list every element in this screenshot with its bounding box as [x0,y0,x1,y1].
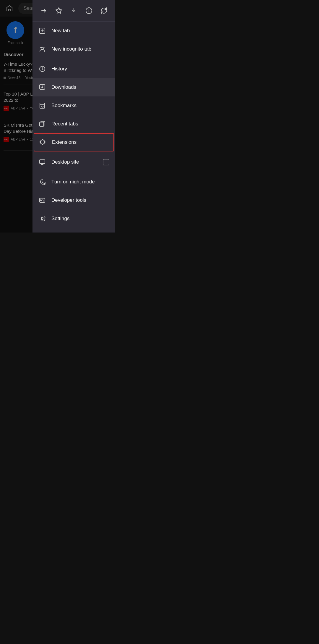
incognito-icon [38,45,46,53]
desktop-site-label: Desktop site [51,159,97,165]
menu-item-new-tab[interactable]: New tab [32,22,115,40]
incognito-label: New incognito tab [51,46,109,52]
menu-item-night-mode[interactable]: Turn on night mode [32,173,115,191]
night-mode-icon [38,178,46,186]
extensions-label: Extensions [52,139,109,145]
desktop-site-checkbox[interactable] [103,159,109,165]
extensions-icon [39,138,47,146]
downloads-label: Downloads [51,84,109,90]
recent-tabs-icon [38,120,46,128]
history-icon [38,65,46,73]
menu-toolbar [32,0,115,22]
svg-rect-13 [40,122,44,126]
menu-item-history[interactable]: History [32,60,115,78]
bookmarks-label: Bookmarks [51,103,109,109]
history-label: History [51,66,109,72]
menu-item-bookmarks[interactable]: Bookmarks [32,96,115,115]
settings-icon [38,215,46,222]
night-mode-label: Turn on night mode [51,179,109,185]
menu-panel: New tab New incognito tab History Downlo… [32,0,115,233]
svg-rect-14 [40,160,45,164]
divider-2 [32,152,115,152]
new-tab-icon [38,27,46,35]
menu-item-desktop-site[interactable]: Desktop site [32,153,115,171]
developer-tools-label: Developer tools [51,197,109,203]
developer-tools-icon [38,196,46,204]
divider-3 [32,172,115,172]
menu-item-downloads[interactable]: Downloads [32,78,115,96]
menu-item-extensions[interactable]: Extensions [34,133,114,151]
info-button[interactable] [83,5,95,17]
menu-item-developer-tools[interactable]: Developer tools [32,191,115,209]
download-toolbar-button[interactable] [68,5,80,17]
forward-button[interactable] [38,5,50,17]
menu-item-clear-data[interactable]: Clear data [32,228,115,233]
desktop-site-icon [38,158,46,166]
recent-tabs-label: Recent tabs [51,121,109,127]
settings-label: Settings [51,216,109,222]
menu-item-recent-tabs[interactable]: Recent tabs [32,115,115,133]
menu-item-settings[interactable]: Settings [32,209,115,228]
divider-1 [32,59,115,59]
menu-item-incognito[interactable]: New incognito tab [32,40,115,58]
downloads-icon [38,83,46,91]
refresh-button[interactable] [98,5,110,17]
new-tab-label: New tab [51,28,109,34]
bookmarks-icon [38,102,46,109]
bookmark-button[interactable] [53,5,65,17]
